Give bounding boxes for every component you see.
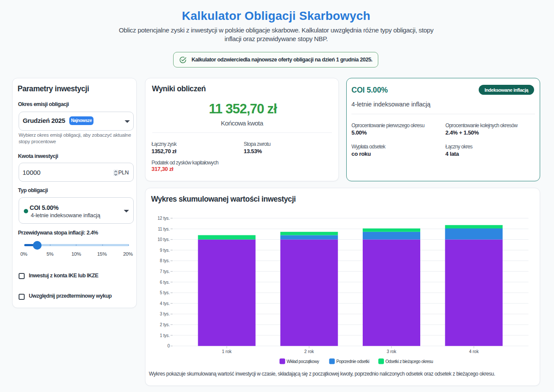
svg-text:0: 0 (167, 344, 170, 348)
svg-text:3 tys.: 3 tys. (160, 312, 170, 316)
svg-text:8 tys.: 8 tys. (160, 258, 170, 263)
svg-text:Poprzednie odsetki: Poprzednie odsetki (336, 359, 369, 364)
svg-text:2 tys.: 2 tys. (160, 322, 170, 327)
svg-text:9 tys.: 9 tys. (160, 248, 170, 253)
svg-text:3 rok: 3 rok (387, 349, 396, 354)
svg-text:4 tys.: 4 tys. (160, 301, 170, 306)
svg-text:1 rok: 1 rok (222, 349, 232, 354)
svg-text:2 rok: 2 rok (304, 349, 314, 354)
svg-text:Wkład początkowy: Wkład początkowy (287, 359, 319, 364)
svg-text:5 tys.: 5 tys. (160, 290, 170, 295)
svg-text:6 tys.: 6 tys. (160, 280, 170, 285)
svg-text:11 tys.: 11 tys. (158, 227, 170, 231)
svg-text:4 rok: 4 rok (469, 349, 479, 354)
svg-text:12 tys.: 12 tys. (158, 216, 170, 221)
svg-text:Odsetki z bieżącego okresu: Odsetki z bieżącego okresu (386, 359, 433, 364)
svg-text:7 tys.: 7 tys. (160, 269, 170, 274)
svg-text:10 tys.: 10 tys. (158, 237, 170, 242)
svg-text:1 tys.: 1 tys. (160, 333, 170, 338)
